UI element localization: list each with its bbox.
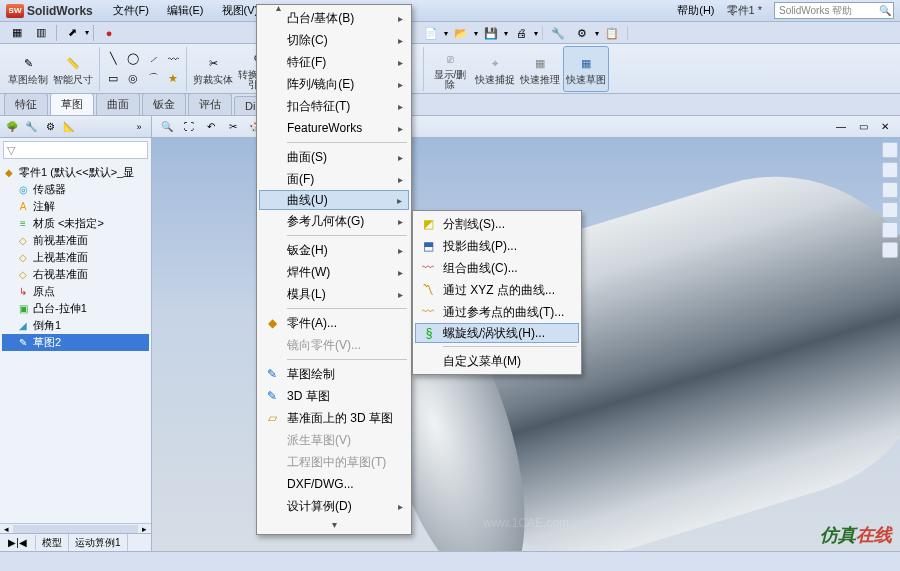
tree-sketch2[interactable]: ✎草图2 — [2, 334, 149, 351]
menu-file[interactable]: 文件(F) — [105, 1, 157, 20]
app-logo-icon: SW — [6, 4, 24, 18]
zoom-area-icon[interactable]: ⛶ — [180, 119, 198, 135]
submenu-projected-curve[interactable]: ⬒投影曲线(P)... — [415, 235, 579, 257]
restore-view-icon[interactable]: ▭ — [854, 119, 872, 135]
save-icon[interactable]: 💾 — [480, 24, 502, 42]
tree-front-plane[interactable]: ◇前视基准面 — [2, 232, 149, 249]
tree-right-plane[interactable]: ◇右视基准面 — [2, 266, 149, 283]
menu-boss-base[interactable]: 凸台/基体(B) — [259, 7, 409, 29]
new-doc-icon[interactable]: 📄 — [420, 24, 442, 42]
rebuild-icon[interactable]: 🔧 — [547, 24, 569, 42]
menu-3d-sketch-on-plane[interactable]: ▱基准面上的 3D 草图 — [259, 407, 409, 429]
tree-top-plane[interactable]: ◇上视基准面 — [2, 249, 149, 266]
submenu-composite-curve[interactable]: 〰组合曲线(C)... — [415, 257, 579, 279]
menu-3d-sketch[interactable]: ✎3D 草图 — [259, 385, 409, 407]
prev-view-icon[interactable]: ↶ — [202, 119, 220, 135]
search-input[interactable]: SolidWorks 帮助 — [774, 2, 894, 19]
point-tool-icon[interactable]: ★ — [164, 70, 182, 88]
tab-sheetmetal[interactable]: 钣金 — [142, 93, 186, 115]
menu-surface[interactable]: 曲面(S) — [259, 146, 409, 168]
taskpane-file-explorer-icon[interactable] — [882, 182, 898, 198]
options-icon[interactable]: ⚙ — [571, 24, 593, 42]
ellipse-tool-icon[interactable]: ◎ — [124, 70, 142, 88]
fm-tab-config-icon[interactable]: ⚙ — [42, 119, 58, 135]
open-doc-icon[interactable]: 📂 — [450, 24, 472, 42]
taskpane-design-lib-icon[interactable] — [882, 162, 898, 178]
tab-evaluate[interactable]: 评估 — [188, 93, 232, 115]
arc-tool-icon[interactable]: ⟋ — [144, 50, 162, 68]
tree-annotations[interactable]: A注解 — [2, 198, 149, 215]
appearance-icon[interactable]: ● — [98, 24, 120, 42]
tree-origin[interactable]: ↳原点 — [2, 283, 149, 300]
trim-button[interactable]: ✂剪裁实体 — [191, 46, 235, 92]
menu-featureworks[interactable]: FeatureWorks — [259, 117, 409, 139]
tree-material[interactable]: ≡材质 <未指定> — [2, 215, 149, 232]
menu-curve[interactable]: 曲线(U) — [259, 190, 409, 210]
submenu-customize-menu[interactable]: 自定义菜单(M) — [415, 350, 579, 372]
tree-chamfer1[interactable]: ◢倒角1 — [2, 317, 149, 334]
print-icon[interactable]: 🖨 — [510, 24, 532, 42]
tab-surfaces[interactable]: 曲面 — [96, 93, 140, 115]
arc2-tool-icon[interactable]: ⌒ — [144, 70, 162, 88]
fm-filter-input[interactable]: ▽ — [3, 141, 148, 159]
taskpane-appearances-icon[interactable] — [882, 222, 898, 238]
scrollbar-left-icon[interactable]: ◂ — [0, 524, 13, 534]
menu-features[interactable]: 特征(F) — [259, 51, 409, 73]
menu-fastening[interactable]: 扣合特征(T) — [259, 95, 409, 117]
taskpane-view-palette-icon[interactable] — [882, 202, 898, 218]
quick-snap-button[interactable]: ⌖快速捕捉 — [473, 46, 517, 92]
fm-tab-property-icon[interactable]: 🔧 — [23, 119, 39, 135]
submenu-curve-ref-points[interactable]: 〰通过参考点的曲线(T)... — [415, 301, 579, 323]
tab-sketch[interactable]: 草图 — [50, 93, 94, 115]
taskpane-resources-icon[interactable] — [882, 142, 898, 158]
menu-scroll-up-icon[interactable]: ▴ — [276, 2, 281, 13]
fm-tab-tree-icon[interactable]: 🌳 — [4, 119, 20, 135]
horizontal-scrollbar[interactable] — [13, 525, 138, 533]
fm-expand-icon[interactable]: » — [131, 119, 147, 135]
tab-motion-study[interactable]: 运动算例1 — [69, 534, 128, 552]
line-tool-icon[interactable]: ╲ — [104, 50, 122, 68]
section-view-icon[interactable]: ✂ — [224, 119, 242, 135]
display-delete-button[interactable]: ⎚显示/删除 — [428, 46, 472, 92]
menu-pattern-mirror[interactable]: 阵列/镜向(E) — [259, 73, 409, 95]
arrow-tool-icon[interactable]: ⬈ — [61, 24, 83, 42]
menu-weldments[interactable]: 焊件(W) — [259, 261, 409, 283]
close-view-icon[interactable]: ✕ — [876, 119, 894, 135]
spline-tool-icon[interactable]: 〰 — [164, 50, 182, 68]
submenu-helix-spiral[interactable]: §螺旋线/涡状线(H)... — [415, 323, 579, 343]
menu-sheet-metal[interactable]: 钣金(H) — [259, 239, 409, 261]
tree-part-root[interactable]: ◆零件1 (默认<<默认>_显 — [2, 164, 149, 181]
submenu-split-line[interactable]: ◩分割线(S)... — [415, 213, 579, 235]
motion-play-icon[interactable]: ▶|◀ — [0, 535, 36, 550]
sketch-button[interactable]: ✎草图绘制 — [6, 46, 50, 92]
menu-design-study[interactable]: 设计算例(D) — [259, 495, 409, 517]
rect-tool-icon[interactable]: ▭ — [104, 70, 122, 88]
rapid-sketch-button[interactable]: ▦快速推理 — [518, 46, 562, 92]
submenu-curve-xyz[interactable]: 〽通过 XYZ 点的曲线... — [415, 279, 579, 301]
menu-sketch[interactable]: ✎草图绘制 — [259, 363, 409, 385]
fm-tab-dim-icon[interactable]: 📐 — [61, 119, 77, 135]
screen-capture-icon[interactable]: 📋 — [601, 24, 623, 42]
tab-model[interactable]: 模型 — [36, 534, 69, 552]
circle-tool-icon[interactable]: ◯ — [124, 50, 142, 68]
menu-part[interactable]: ◆零件(A)... — [259, 312, 409, 334]
menu-reference-geometry[interactable]: 参考几何体(G) — [259, 210, 409, 232]
menu-cut[interactable]: 切除(C) — [259, 29, 409, 51]
select-icon[interactable]: ▦ — [6, 24, 28, 42]
select2-icon[interactable]: ▥ — [30, 24, 52, 42]
smart-dimension-button[interactable]: 📏智能尺寸 — [51, 46, 95, 92]
menu-face[interactable]: 面(F) — [259, 168, 409, 190]
tree-sensors[interactable]: ◎传感器 — [2, 181, 149, 198]
menu-edit[interactable]: 编辑(E) — [159, 1, 212, 20]
tree-extrude1[interactable]: ▣凸台-拉伸1 — [2, 300, 149, 317]
minimize-view-icon[interactable]: — — [832, 119, 850, 135]
tab-features[interactable]: 特征 — [4, 93, 48, 115]
taskpane-custom-icon[interactable] — [882, 242, 898, 258]
rapid-sketch2-button[interactable]: ▦快速草图 — [563, 46, 609, 92]
menu-molds[interactable]: 模具(L) — [259, 283, 409, 305]
menu-scroll-down-icon[interactable]: ▾ — [259, 517, 409, 532]
zoom-fit-icon[interactable]: 🔍 — [158, 119, 176, 135]
menu-dxf-dwg[interactable]: DXF/DWG... — [259, 473, 409, 495]
menu-help[interactable]: 帮助(H) — [677, 3, 714, 18]
scrollbar-right-icon[interactable]: ▸ — [138, 524, 151, 534]
